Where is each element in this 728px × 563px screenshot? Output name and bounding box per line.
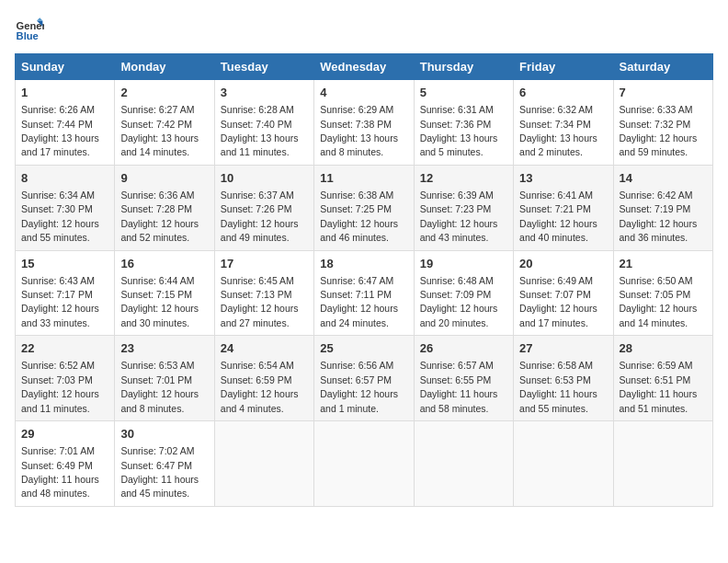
column-header-wednesday: Wednesday bbox=[314, 54, 414, 80]
day-info: Sunrise: 6:47 AMSunset: 7:11 PMDaylight:… bbox=[320, 275, 398, 328]
calendar-cell: 18 Sunrise: 6:47 AMSunset: 7:11 PMDaylig… bbox=[314, 250, 414, 336]
day-info: Sunrise: 6:45 AMSunset: 7:13 PMDaylight:… bbox=[221, 275, 299, 328]
day-info: Sunrise: 7:01 AMSunset: 6:49 PMDaylight:… bbox=[21, 445, 99, 499]
day-info: Sunrise: 6:37 AMSunset: 7:26 PMDaylight:… bbox=[221, 190, 299, 243]
day-info: Sunrise: 6:53 AMSunset: 7:01 PMDaylight:… bbox=[120, 360, 199, 413]
header-row: SundayMondayTuesdayWednesdayThursdayFrid… bbox=[16, 54, 713, 80]
day-number: 13 bbox=[519, 170, 607, 187]
calendar-cell: 8 Sunrise: 6:34 AMSunset: 7:30 PMDayligh… bbox=[16, 165, 115, 250]
calendar-cell: 27 Sunrise: 6:58 AMSunset: 6:53 PMDaylig… bbox=[514, 336, 613, 421]
day-info: Sunrise: 6:52 AMSunset: 7:03 PMDaylight:… bbox=[21, 360, 99, 413]
column-header-tuesday: Tuesday bbox=[214, 54, 313, 80]
day-info: Sunrise: 6:32 AMSunset: 7:34 PMDaylight:… bbox=[519, 104, 597, 157]
day-info: Sunrise: 6:34 AMSunset: 7:30 PMDaylight:… bbox=[21, 190, 99, 243]
calendar-cell: 29 Sunrise: 7:01 AMSunset: 6:49 PMDaylig… bbox=[16, 421, 115, 507]
calendar-cell: 3 Sunrise: 6:28 AMSunset: 7:40 PMDayligh… bbox=[214, 80, 313, 166]
calendar-cell: 13 Sunrise: 6:41 AMSunset: 7:21 PMDaylig… bbox=[514, 165, 613, 250]
column-header-friday: Friday bbox=[514, 54, 613, 80]
day-number: 12 bbox=[420, 170, 507, 187]
day-number: 25 bbox=[320, 340, 407, 357]
day-number: 14 bbox=[620, 170, 707, 187]
calendar-cell: 30 Sunrise: 7:02 AMSunset: 6:47 PMDaylig… bbox=[115, 421, 214, 507]
day-info: Sunrise: 6:41 AMSunset: 7:21 PMDaylight:… bbox=[519, 190, 597, 243]
column-header-saturday: Saturday bbox=[613, 54, 712, 80]
day-number: 17 bbox=[221, 256, 308, 272]
day-number: 22 bbox=[21, 340, 108, 357]
day-number: 21 bbox=[620, 256, 707, 272]
day-info: Sunrise: 6:36 AMSunset: 7:28 PMDaylight:… bbox=[120, 190, 199, 243]
day-info: Sunrise: 6:26 AMSunset: 7:44 PMDaylight:… bbox=[21, 104, 99, 157]
calendar-cell: 17 Sunrise: 6:45 AMSunset: 7:13 PMDaylig… bbox=[214, 250, 313, 336]
week-row-2: 8 Sunrise: 6:34 AMSunset: 7:30 PMDayligh… bbox=[16, 165, 713, 250]
day-info: Sunrise: 6:57 AMSunset: 6:55 PMDaylight:… bbox=[420, 360, 498, 413]
calendar-cell: 28 Sunrise: 6:59 AMSunset: 6:51 PMDaylig… bbox=[613, 336, 712, 421]
calendar-cell bbox=[514, 421, 613, 507]
day-number: 26 bbox=[420, 340, 507, 357]
calendar-cell bbox=[414, 421, 513, 507]
calendar-cell: 23 Sunrise: 6:53 AMSunset: 7:01 PMDaylig… bbox=[115, 336, 214, 421]
day-number: 19 bbox=[420, 256, 507, 272]
calendar-cell bbox=[613, 421, 712, 507]
day-info: Sunrise: 7:02 AMSunset: 6:47 PMDaylight:… bbox=[120, 445, 199, 499]
day-number: 4 bbox=[320, 85, 407, 101]
day-number: 9 bbox=[120, 170, 208, 187]
calendar-cell: 12 Sunrise: 6:39 AMSunset: 7:23 PMDaylig… bbox=[414, 165, 513, 250]
day-info: Sunrise: 6:33 AMSunset: 7:32 PMDaylight:… bbox=[620, 104, 698, 157]
day-number: 28 bbox=[620, 340, 707, 357]
calendar-cell: 4 Sunrise: 6:29 AMSunset: 7:38 PMDayligh… bbox=[314, 80, 414, 166]
calendar-cell: 25 Sunrise: 6:56 AMSunset: 6:57 PMDaylig… bbox=[314, 336, 414, 421]
day-number: 23 bbox=[120, 340, 208, 357]
day-number: 24 bbox=[221, 340, 308, 357]
day-info: Sunrise: 6:29 AMSunset: 7:38 PMDaylight:… bbox=[320, 104, 398, 157]
day-info: Sunrise: 6:31 AMSunset: 7:36 PMDaylight:… bbox=[420, 104, 498, 157]
calendar-table: SundayMondayTuesdayWednesdayThursdayFrid… bbox=[15, 53, 713, 507]
day-number: 1 bbox=[21, 85, 108, 101]
day-number: 7 bbox=[620, 85, 707, 101]
calendar-cell: 26 Sunrise: 6:57 AMSunset: 6:55 PMDaylig… bbox=[414, 336, 513, 421]
day-info: Sunrise: 6:56 AMSunset: 6:57 PMDaylight:… bbox=[320, 360, 398, 413]
calendar-cell: 24 Sunrise: 6:54 AMSunset: 6:59 PMDaylig… bbox=[214, 336, 313, 421]
svg-text:Blue: Blue bbox=[17, 30, 39, 41]
column-header-thursday: Thursday bbox=[414, 54, 513, 80]
calendar-cell: 11 Sunrise: 6:38 AMSunset: 7:25 PMDaylig… bbox=[314, 165, 414, 250]
day-number: 8 bbox=[21, 170, 108, 187]
day-info: Sunrise: 6:50 AMSunset: 7:05 PMDaylight:… bbox=[620, 275, 698, 328]
day-info: Sunrise: 6:58 AMSunset: 6:53 PMDaylight:… bbox=[519, 360, 597, 413]
day-number: 20 bbox=[519, 256, 607, 272]
day-info: Sunrise: 6:54 AMSunset: 6:59 PMDaylight:… bbox=[221, 360, 299, 413]
calendar-cell: 16 Sunrise: 6:44 AMSunset: 7:15 PMDaylig… bbox=[115, 250, 214, 336]
day-info: Sunrise: 6:38 AMSunset: 7:25 PMDaylight:… bbox=[320, 190, 398, 243]
calendar-cell: 9 Sunrise: 6:36 AMSunset: 7:28 PMDayligh… bbox=[115, 165, 214, 250]
calendar-cell: 21 Sunrise: 6:50 AMSunset: 7:05 PMDaylig… bbox=[613, 250, 712, 336]
logo: General Blue bbox=[15, 15, 44, 44]
day-number: 18 bbox=[320, 256, 407, 272]
day-number: 3 bbox=[221, 85, 308, 101]
day-info: Sunrise: 6:49 AMSunset: 7:07 PMDaylight:… bbox=[519, 275, 597, 328]
day-number: 30 bbox=[120, 426, 208, 442]
calendar-cell: 7 Sunrise: 6:33 AMSunset: 7:32 PMDayligh… bbox=[613, 80, 712, 166]
day-number: 27 bbox=[519, 340, 607, 357]
day-info: Sunrise: 6:59 AMSunset: 6:51 PMDaylight:… bbox=[620, 360, 698, 413]
day-info: Sunrise: 6:28 AMSunset: 7:40 PMDaylight:… bbox=[221, 104, 299, 157]
column-header-monday: Monday bbox=[115, 54, 214, 80]
calendar-cell: 1 Sunrise: 6:26 AMSunset: 7:44 PMDayligh… bbox=[16, 80, 115, 166]
day-number: 10 bbox=[221, 170, 308, 187]
week-row-3: 15 Sunrise: 6:43 AMSunset: 7:17 PMDaylig… bbox=[16, 250, 713, 336]
page-header: General Blue bbox=[15, 15, 713, 44]
day-number: 2 bbox=[120, 85, 208, 101]
calendar-cell: 6 Sunrise: 6:32 AMSunset: 7:34 PMDayligh… bbox=[514, 80, 613, 166]
calendar-cell: 20 Sunrise: 6:49 AMSunset: 7:07 PMDaylig… bbox=[514, 250, 613, 336]
week-row-1: 1 Sunrise: 6:26 AMSunset: 7:44 PMDayligh… bbox=[16, 80, 713, 166]
day-number: 5 bbox=[420, 85, 507, 101]
logo-icon: General Blue bbox=[15, 15, 44, 44]
day-number: 6 bbox=[519, 85, 607, 101]
calendar-cell bbox=[314, 421, 414, 507]
calendar-cell: 10 Sunrise: 6:37 AMSunset: 7:26 PMDaylig… bbox=[214, 165, 313, 250]
day-number: 15 bbox=[21, 256, 108, 272]
calendar-cell: 15 Sunrise: 6:43 AMSunset: 7:17 PMDaylig… bbox=[16, 250, 115, 336]
calendar-cell bbox=[214, 421, 313, 507]
calendar-cell: 19 Sunrise: 6:48 AMSunset: 7:09 PMDaylig… bbox=[414, 250, 513, 336]
calendar-cell: 5 Sunrise: 6:31 AMSunset: 7:36 PMDayligh… bbox=[414, 80, 513, 166]
calendar-cell: 14 Sunrise: 6:42 AMSunset: 7:19 PMDaylig… bbox=[613, 165, 712, 250]
day-info: Sunrise: 6:42 AMSunset: 7:19 PMDaylight:… bbox=[620, 190, 698, 243]
